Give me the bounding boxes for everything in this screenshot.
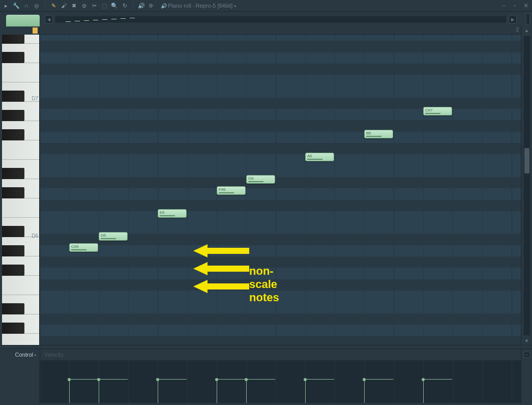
midi-note[interactable]: F#6: [217, 186, 246, 195]
key-label: D6: [32, 233, 38, 239]
zoom-icon[interactable]: 🔍: [110, 2, 119, 10]
midi-note[interactable]: C#6: [69, 243, 98, 252]
black-key[interactable]: [2, 110, 24, 121]
svg-marker-0: [193, 244, 249, 257]
overview-options-button[interactable]: [526, 14, 530, 25]
black-key[interactable]: [2, 168, 24, 179]
white-key[interactable]: [2, 63, 39, 82]
close-button[interactable]: ✕: [522, 2, 530, 10]
velocity-left-gutter: [0, 360, 40, 403]
playback-icon[interactable]: ↻: [121, 2, 129, 10]
velocity-grid[interactable]: [40, 360, 521, 403]
waveform-icon[interactable]: ⊪: [147, 2, 156, 10]
velocity-handle[interactable]: [97, 378, 100, 381]
wrench-icon[interactable]: 🔧: [12, 2, 20, 10]
control-header: Control Velocity -: [0, 349, 532, 360]
control-collapse-button[interactable]: -: [524, 352, 530, 358]
overview-left-button[interactable]: ◀: [45, 15, 53, 23]
title-prefix: Piano roll -: [168, 3, 195, 9]
note-label: G6: [248, 176, 254, 181]
timeline-ruler[interactable]: 2: [40, 26, 521, 35]
mute-icon[interactable]: ⊘: [80, 2, 88, 10]
pencil-icon[interactable]: ✎: [49, 2, 57, 10]
black-key[interactable]: [2, 187, 24, 198]
black-key[interactable]: [2, 265, 24, 276]
velocity-bar[interactable]: [246, 380, 247, 403]
overview-right-button[interactable]: ▶: [509, 15, 517, 23]
velocity-handle[interactable]: [422, 378, 425, 381]
midi-note[interactable]: C#7: [423, 107, 452, 115]
velocity-right-gutter: [521, 360, 532, 403]
velocity-handle[interactable]: [363, 378, 366, 381]
velocity-bar[interactable]: [99, 380, 99, 403]
magnet-icon[interactable]: ∩: [22, 2, 31, 10]
midi-note[interactable]: B6: [364, 130, 393, 138]
velocity-bar[interactable]: [364, 380, 365, 403]
speaker-icon[interactable]: 🔊: [137, 2, 145, 10]
brush-icon[interactable]: 🖌: [60, 2, 68, 10]
erase-icon[interactable]: ✖: [70, 2, 78, 10]
control-menu-button[interactable]: Control: [0, 349, 40, 360]
bottom-bar: [0, 403, 532, 405]
divider-grip-icon: ·····: [261, 345, 271, 349]
note-label: D6: [101, 233, 106, 238]
note-label: C#7: [425, 108, 433, 112]
control-lane-name[interactable]: Velocity: [40, 349, 521, 360]
velocity-handle[interactable]: [304, 378, 307, 381]
midi-note[interactable]: A6: [305, 153, 334, 161]
channel-tab[interactable]: [6, 15, 40, 27]
maximize-button[interactable]: ▫: [511, 2, 519, 10]
midi-note[interactable]: E6: [158, 209, 187, 218]
velocity-bar[interactable]: [305, 380, 306, 403]
velocity-handle[interactable]: [245, 378, 248, 381]
midi-note[interactable]: D6: [99, 232, 128, 241]
key-label: D7: [32, 96, 38, 101]
velocity-bar[interactable]: [69, 380, 70, 403]
minimize-button[interactable]: −: [499, 2, 508, 10]
scroll-track[interactable]: [523, 36, 530, 336]
target-icon[interactable]: ◎: [33, 2, 41, 10]
black-key[interactable]: [2, 52, 24, 63]
velocity-handle[interactable]: [68, 378, 71, 381]
black-key[interactable]: [2, 226, 24, 237]
lane-name-text: Velocity: [44, 352, 64, 358]
black-key[interactable]: [2, 245, 24, 256]
ruler-scroll-up-button[interactable]: ▲: [521, 26, 532, 35]
velocity-handle[interactable]: [215, 378, 218, 381]
white-key[interactable]: [2, 140, 39, 160]
black-key[interactable]: [2, 35, 24, 44]
pattern-bar: ◀ ▶: [0, 11, 532, 26]
note-label: F#6: [219, 187, 226, 192]
ruler-corner: [0, 26, 40, 35]
play-menu-icon[interactable]: ▸: [2, 2, 10, 10]
white-key[interactable]: [2, 334, 39, 345]
control-label-text: Control: [15, 352, 33, 358]
black-key[interactable]: [2, 323, 24, 334]
speaker-title-icon: 🔊: [161, 3, 167, 9]
midi-note[interactable]: G6: [246, 175, 275, 184]
select-icon[interactable]: ⬚: [100, 2, 108, 10]
vertical-scrollbar: ▼: [521, 35, 532, 345]
note-label: A6: [307, 154, 312, 158]
note-grid[interactable]: non-scale notes C#6D6E6F#6G6A6B6C#7: [40, 35, 521, 345]
titlebar: ▸🔧∩◎✎🖌✖⊘✂⬚🔍↻🔊⊪ 🔊 Piano roll - Repro-5 [6…: [0, 0, 532, 11]
playhead-flag-icon[interactable]: [33, 27, 38, 34]
bar-number: 2: [516, 27, 519, 33]
velocity-handle[interactable]: [156, 378, 159, 381]
white-key[interactable]: [2, 198, 39, 218]
piano-keyboard: D7D6: [0, 35, 40, 345]
velocity-bar[interactable]: [423, 380, 424, 403]
velocity-bar[interactable]: [217, 380, 217, 403]
chevron-right-icon: ▸: [234, 4, 237, 8]
cut-icon[interactable]: ✂: [90, 2, 98, 10]
black-key[interactable]: [2, 91, 24, 102]
panel-divider[interactable]: ·····: [0, 345, 532, 349]
velocity-bar[interactable]: [158, 380, 158, 403]
scroll-down-button[interactable]: ▼: [522, 337, 531, 345]
scroll-thumb[interactable]: [524, 148, 529, 173]
overview-track[interactable]: [55, 16, 507, 23]
black-key[interactable]: [2, 129, 24, 140]
velocity-panel: [0, 360, 532, 403]
white-key[interactable]: [2, 276, 39, 295]
black-key[interactable]: [2, 303, 24, 314]
